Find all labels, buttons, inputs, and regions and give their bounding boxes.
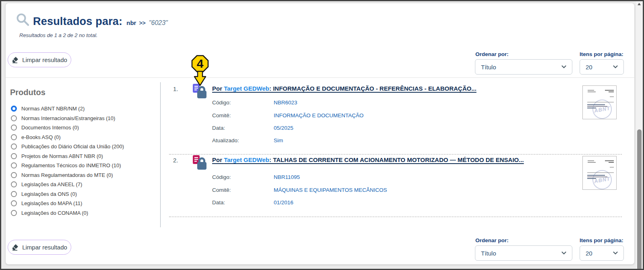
sort-select[interactable]: Título xyxy=(475,59,572,75)
detail-row: Data: 05/2025 xyxy=(212,122,363,134)
result-item-2: 2. Por Target GEDWeb: TALHAS DE CORRENTE… xyxy=(169,153,626,214)
detail-row: Data: 01/2016 xyxy=(212,196,387,209)
detail-value: NBR11095 xyxy=(274,174,300,180)
detail-value: 01/2016 xyxy=(274,199,293,206)
per-page-select[interactable]: 20 xyxy=(580,59,624,75)
result-number: 1. xyxy=(173,85,178,92)
clear-results-button[interactable]: Limpar resultado xyxy=(8,240,71,255)
sidebar-item-legislacoes-mapa[interactable]: Legislações do MAPA (11) xyxy=(11,199,160,208)
clear-results-label: Limpar resultado xyxy=(22,244,67,251)
per-page-label: Itens por página: xyxy=(580,237,623,243)
query-term: "6023" xyxy=(149,19,168,27)
abnt-watermark: ABNT xyxy=(591,168,613,190)
detail-row: Código: NBR11095 xyxy=(212,171,387,183)
sidebar-item-label: Documentos Internos (0) xyxy=(21,125,79,131)
detail-label: Atualizado: xyxy=(212,137,274,143)
detail-label: Data: xyxy=(212,199,274,206)
per-page-label: Itens por página: xyxy=(580,51,623,57)
chevron-down-icon xyxy=(561,65,566,69)
search-icon xyxy=(15,12,31,27)
sidebar-item-normas-mte[interactable]: Normas Regulamentadoras do MTE (0) xyxy=(11,170,160,180)
sidebar-item-label: Legislações do CONAMA (0) xyxy=(21,210,88,216)
detail-value: Sim xyxy=(274,137,283,143)
detail-row: Atualizado: Sim xyxy=(212,134,363,147)
clear-results-button[interactable]: Limpar resultado xyxy=(8,52,71,67)
result-title-source-link: Target GEDWeb xyxy=(224,156,269,163)
clear-results-label: Limpar resultado xyxy=(22,56,67,63)
sort-label: Ordenar por: xyxy=(475,51,509,57)
radio-icon xyxy=(11,172,17,178)
sidebar-item-legislacoes-ons[interactable]: Legislações da ONS (0) xyxy=(11,189,160,199)
sidebar-item-label: Normas Regulamentadoras do MTE (0) xyxy=(21,172,113,178)
detail-label: Comitê: xyxy=(212,187,274,193)
eraser-icon xyxy=(12,56,19,63)
radio-icon xyxy=(11,115,17,121)
radio-icon xyxy=(11,125,17,131)
query-separator: >> xyxy=(139,20,145,26)
sidebar-item-normas-abnt[interactable]: Normas ABNT NBR/NM (2) xyxy=(11,104,160,114)
detail-label: Comitê: xyxy=(212,112,274,118)
sidebar-item-ebooks-asq[interactable]: e-Books ASQ (0) xyxy=(11,133,160,142)
sidebar-item-label: Legislações da ANEEL (7) xyxy=(21,181,82,187)
result-title-link[interactable]: Por Target GEDWeb: TALHAS DE CORRENTE CO… xyxy=(212,156,524,163)
eraser-icon xyxy=(12,244,19,251)
result-title-prefix: Por xyxy=(212,85,224,92)
document-thumbnail[interactable]: ABNT xyxy=(582,85,617,119)
sidebar-item-regulamentos-inmetro[interactable]: Regulamentos Técnicos do INMETRO (10) xyxy=(11,161,160,170)
detail-row: Comitê: MÁQUINAS E EQUIPAMENTOS MECÂNICO… xyxy=(212,183,387,196)
sidebar-item-legislacoes-aneel[interactable]: Legislações da ANEEL (7) xyxy=(11,180,160,189)
results-header: Resultados para: nbr >> "6023" xyxy=(33,15,168,28)
result-details: Código: NBR6023 Comitê: INFORMAÇÃO E DOC… xyxy=(212,96,363,147)
sidebar-item-label: Publicações do Diário Oficial da União (… xyxy=(21,143,124,150)
scroll-up-icon[interactable] xyxy=(638,3,641,5)
document-thumbnail[interactable]: ABNT xyxy=(582,156,617,190)
detail-value: INFORMAÇÃO E DOCUMENTAÇÃO xyxy=(274,112,363,118)
vertical-scrollbar[interactable] xyxy=(636,1,643,269)
result-item-1: 1. Por Target GEDWeb: INFORMAÇÃO E DOCUM… xyxy=(169,82,626,150)
per-page-select[interactable]: 20 xyxy=(580,245,624,261)
sort-label: Ordenar por: xyxy=(475,237,509,243)
sidebar-item-legislacoes-conama[interactable]: Legislações do CONAMA (0) xyxy=(11,208,160,218)
results-page: Resultados para: nbr >> "6023" Resultado… xyxy=(6,3,634,264)
sort-select-value: Título xyxy=(481,250,561,257)
result-title-link[interactable]: Por Target GEDWeb: INFORMAÇÃO E DOCUMENT… xyxy=(212,85,477,92)
detail-value: MÁQUINAS E EQUIPAMENTOS MECÂNICOS xyxy=(274,187,387,193)
sort-select[interactable]: Título xyxy=(475,245,572,261)
sidebar-item-label: e-Books ASQ (0) xyxy=(21,134,61,140)
sidebar-item-label: Normas Internacionais/Estrangeiras (10) xyxy=(21,115,115,121)
radio-icon xyxy=(11,162,17,168)
sidebar-item-normas-internacionais[interactable]: Normas Internacionais/Estrangeiras (10) xyxy=(11,114,160,123)
sidebar-divider xyxy=(160,82,161,227)
sidebar-item-label: Regulamentos Técnicos do INMETRO (10) xyxy=(21,162,121,168)
result-title-text: : TALHAS DE CORRENTE COM ACIONAMENTO MOT… xyxy=(269,156,524,163)
radio-icon xyxy=(11,210,17,216)
radio-icon xyxy=(11,181,17,187)
chevron-down-icon xyxy=(561,251,566,255)
detail-label: Código: xyxy=(212,100,274,106)
result-number: 2. xyxy=(173,157,178,164)
detail-row: Código: NBR6023 xyxy=(212,96,363,109)
toolbar-divider xyxy=(6,77,634,78)
detail-row: Comitê: INFORMAÇÃO E DOCUMENTAÇÃO xyxy=(212,109,363,121)
sidebar-item-projetos-normas[interactable]: Projetos de Normas ABNT NBR (0) xyxy=(11,152,160,161)
query-scope: nbr xyxy=(126,19,136,26)
sidebar-item-label: Legislações da ONS (0) xyxy=(21,191,77,197)
chevron-down-icon xyxy=(613,251,618,255)
result-details: Código: NBR11095 Comitê: MÁQUINAS E EQUI… xyxy=(212,171,387,209)
locked-document-icon xyxy=(192,154,207,170)
sidebar-item-publicacoes-dou[interactable]: Publicações do Diário Oficial da União (… xyxy=(11,142,160,152)
detail-label: Código: xyxy=(212,174,274,180)
radio-icon xyxy=(11,153,17,159)
step-number: 4 xyxy=(197,57,204,70)
sidebar-item-label: Legislações do MAPA (11) xyxy=(21,200,82,206)
result-title-prefix: Por xyxy=(212,156,224,163)
per-page-select-value: 20 xyxy=(586,250,613,257)
sidebar-item-documentos-internos[interactable]: Documentos Internos (0) xyxy=(11,123,160,133)
sidebar-heading: Produtos xyxy=(10,88,45,97)
radio-icon xyxy=(11,200,17,206)
chevron-down-icon xyxy=(613,65,618,69)
scrollbar-thumb[interactable] xyxy=(637,129,642,270)
detail-label: Data: xyxy=(212,125,274,131)
page-title: Resultados para: xyxy=(33,15,122,28)
radio-icon xyxy=(11,134,17,140)
